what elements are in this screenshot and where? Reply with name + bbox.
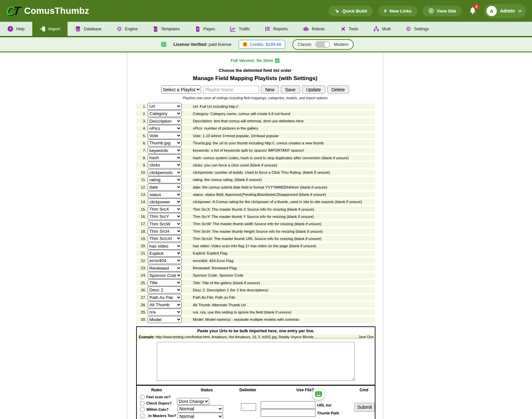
field-description: Thumb.jpg: the url to your thumb includi… <box>193 141 324 145</box>
field-description: Sponsor Code: Sponsor Code <box>193 273 243 277</box>
playlist-note: Playlists now save all settings includin… <box>127 96 383 100</box>
url-list-input[interactable] <box>261 401 315 409</box>
tab-import[interactable]: Import <box>32 22 68 36</box>
field-select[interactable]: date <box>148 184 182 191</box>
bulk-import-box: Paste your Urls to be bulk imported here… <box>136 326 375 419</box>
thumb-path-input[interactable] <box>261 409 315 417</box>
field-mapping-row: 7. keywords keywords: a list of keywords… <box>136 148 375 153</box>
field-select[interactable]: Reviewed <box>148 265 182 272</box>
tab-multi[interactable]: Multi <box>366 22 398 36</box>
field-mapping-row: 15. Thm SrcX Thm SrcX: The master thumb … <box>136 206 375 212</box>
field-description: clickperiods: number of builds. Used to … <box>193 170 330 174</box>
field-select[interactable]: error404 <box>148 257 182 264</box>
delete-button[interactable]: Delete <box>327 85 349 94</box>
playlist-select[interactable]: Select a Playlist <box>161 85 201 94</box>
url-list-label: URL list <box>317 403 331 407</box>
row-number: 18. <box>136 229 146 233</box>
row-number: 5. <box>136 134 146 138</box>
save-button[interactable]: Save <box>281 85 300 94</box>
field-select[interactable]: clicks <box>148 162 182 168</box>
tab-templates[interactable]: Templates <box>145 22 188 36</box>
new-links-button[interactable]: + New Links <box>378 6 417 16</box>
field-select[interactable]: Model <box>148 316 182 323</box>
tab-engine[interactable]: ⚙ Engine <box>109 22 145 36</box>
theme-toggle: Classic Modern <box>292 39 354 50</box>
field-select[interactable]: n/a <box>148 309 182 315</box>
field-select[interactable]: Vote <box>148 132 182 139</box>
toggle-knob <box>324 42 330 47</box>
theme-modern-label[interactable]: Modern <box>334 42 348 47</box>
row-number: 3. <box>136 119 146 123</box>
rule-checkbox[interactable] <box>140 395 144 399</box>
bulk-import-textarea[interactable] <box>157 342 355 381</box>
field-select[interactable]: Title <box>148 279 182 286</box>
field-description: Desc 2: Description 2 (for 2 line descri… <box>193 288 268 292</box>
field-select[interactable]: hash <box>148 154 182 161</box>
tab-label: Engine <box>125 27 138 31</box>
field-select[interactable]: Desc 2 <box>148 286 182 293</box>
theme-toggle-switch[interactable] <box>315 41 330 48</box>
field-select[interactable]: status <box>148 191 182 198</box>
tab-label: Traffic <box>239 27 250 31</box>
tab-reports[interactable]: Reports <box>257 22 295 36</box>
user-menu[interactable]: A Admin <box>484 4 526 18</box>
status-normal-select-1[interactable]: Normal <box>178 405 223 412</box>
rule-checkbox[interactable] <box>140 414 144 418</box>
field-select[interactable]: nPics <box>148 125 182 132</box>
field-description: Model: Model name(s) - separate multiple… <box>193 317 299 321</box>
field-select[interactable]: Url <box>148 103 182 110</box>
notifications-button[interactable]: 3 <box>468 6 478 15</box>
field-select[interactable]: Description <box>148 118 182 125</box>
submit-button[interactable]: Submit <box>354 403 375 412</box>
tab-pages[interactable]: Pages <box>188 22 222 36</box>
view-site-label: View Site <box>437 9 456 14</box>
tab-help[interactable]: ? Help <box>0 22 32 36</box>
rule-checkbox-row: Check Dupes? <box>140 400 176 406</box>
rule-checkbox[interactable] <box>140 401 144 405</box>
status-header: Status <box>201 388 213 392</box>
field-select[interactable]: rating <box>148 176 182 183</box>
rule-checkbox[interactable] <box>140 407 144 412</box>
field-select[interactable]: Path As File <box>148 294 182 301</box>
theme-classic-label[interactable]: Classic <box>298 42 311 47</box>
field-select[interactable]: Thm SrcH <box>148 228 182 235</box>
status-change-select[interactable]: Dont Change <box>177 398 209 405</box>
field-select[interactable]: Thm SrcW <box>148 221 182 227</box>
field-select[interactable]: Thm SrcUrl <box>148 235 182 242</box>
page-subtitle: Choose the delimited field list order <box>127 68 383 73</box>
tab-settings[interactable]: ⚙ Settings <box>398 22 436 36</box>
field-mapping-list: 1. Url Url: Full Url including http:// 2… <box>136 104 375 322</box>
field-select[interactable]: Explicit <box>148 250 182 257</box>
field-select[interactable]: clickpower <box>148 198 182 205</box>
engine-icon: ⚙ <box>117 26 122 32</box>
field-mapping-row: 9. clicks clicks: you can force a click … <box>136 162 375 168</box>
new-button[interactable]: New <box>261 85 279 94</box>
field-select[interactable]: Alt Thumb <box>148 301 182 308</box>
tab-traffic[interactable]: Traffic <box>222 22 257 36</box>
field-select[interactable]: Sponsor Code <box>148 272 182 279</box>
update-button[interactable]: Update <box>302 85 325 94</box>
field-select[interactable]: clickperiods <box>148 169 182 176</box>
field-mapping-row: 11. rating rating: the comus rating, (bl… <box>136 177 375 183</box>
field-select[interactable]: Thm SrcY <box>148 213 182 220</box>
field-mapping-row: 14. clickpower clickpower: A Comus ratin… <box>136 199 375 205</box>
field-select[interactable]: keywords <box>148 147 182 154</box>
view-site-button[interactable]: View Site <box>423 6 462 16</box>
tab-robots[interactable]: Robots <box>295 22 333 36</box>
row-number: 24. <box>136 273 146 277</box>
tab-tools[interactable]: Tools <box>333 22 366 36</box>
field-select[interactable]: Category <box>148 110 182 117</box>
license-check-icon: ✓ <box>161 42 166 47</box>
quick-build-button[interactable]: Quick Build <box>329 6 373 16</box>
credits-button[interactable]: $ Credits: $199.68 <box>239 40 285 49</box>
chat-helper-bubble[interactable] <box>312 388 325 400</box>
status-normal-select-2[interactable]: Normal <box>178 413 223 419</box>
playlist-name-input[interactable] <box>203 86 259 94</box>
row-number: 12. <box>136 185 146 189</box>
field-select[interactable]: Thumb.jpg <box>148 139 182 146</box>
field-select[interactable]: has video <box>148 243 182 250</box>
tab-database[interactable]: Database <box>68 22 109 36</box>
delimiter-input[interactable] <box>241 403 256 411</box>
field-select[interactable]: Thm SrcX <box>148 206 182 213</box>
field-mapping-row: 26. Desc 2 Desc 2: Description 2 (for 2 … <box>136 287 375 293</box>
